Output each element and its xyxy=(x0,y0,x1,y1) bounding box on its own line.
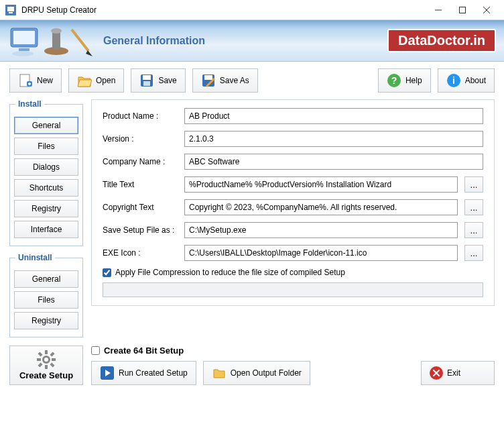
svg-rect-37 xyxy=(38,362,42,367)
exit-button[interactable]: Exit xyxy=(421,361,495,385)
exe-icon-browse[interactable]: ... xyxy=(464,245,483,261)
compression-label: Apply File Compression to reduce the fil… xyxy=(115,268,345,277)
open-output-button[interactable]: Open Output Folder xyxy=(203,361,310,385)
company-label: Company Name : xyxy=(103,157,178,166)
product-name-input[interactable] xyxy=(184,108,483,124)
about-label: About xyxy=(465,76,486,85)
create-setup-label: Create Setup xyxy=(19,370,73,380)
app-icon xyxy=(5,5,16,15)
title-text-input[interactable] xyxy=(184,176,458,193)
new-label: New xyxy=(37,76,53,85)
compression-checkbox[interactable] xyxy=(103,268,111,277)
header-art xyxy=(8,24,95,58)
nav-uninstall-general[interactable]: General xyxy=(14,270,78,288)
save-as-browse[interactable]: ... xyxy=(464,222,483,238)
new-icon xyxy=(18,73,33,88)
exe-icon-input[interactable] xyxy=(184,245,458,261)
save-button[interactable]: Save xyxy=(131,68,185,93)
install-title: Install xyxy=(15,99,44,109)
create-64-checkbox[interactable] xyxy=(91,346,100,355)
about-icon: i xyxy=(446,73,461,88)
copyright-label: Copyright Text xyxy=(103,203,178,212)
svg-rect-36 xyxy=(50,352,54,356)
svg-marker-15 xyxy=(86,50,92,56)
nav-install-files[interactable]: Files xyxy=(14,138,78,155)
svg-rect-35 xyxy=(38,352,42,356)
product-name-label: Product Name : xyxy=(103,111,178,121)
progress-bar xyxy=(103,282,483,297)
titlebar: DRPU Setup Creator xyxy=(0,0,504,20)
svg-rect-12 xyxy=(52,31,60,50)
svg-text:?: ? xyxy=(391,75,397,86)
save-as-input[interactable] xyxy=(184,222,458,238)
svg-point-10 xyxy=(12,51,34,56)
help-button[interactable]: ? Help xyxy=(378,68,431,93)
exe-icon-label: EXE Icon : xyxy=(103,248,178,258)
uninstall-group: Uninstall General Files Registry xyxy=(9,253,83,337)
svg-point-13 xyxy=(51,28,62,34)
svg-rect-32 xyxy=(45,365,48,369)
open-label: Open xyxy=(96,76,115,85)
svg-rect-34 xyxy=(52,358,56,361)
brand-badge: DataDoctor.in xyxy=(387,29,496,52)
version-input[interactable] xyxy=(184,131,483,147)
save-as-icon xyxy=(201,73,216,88)
create-64-label: Create 64 Bit Setup xyxy=(104,346,184,356)
about-button[interactable]: i About xyxy=(438,68,495,93)
save-label: Save xyxy=(158,76,176,85)
uninstall-title: Uninstall xyxy=(15,253,55,262)
nav-uninstall-registry[interactable]: Registry xyxy=(14,312,78,329)
run-created-button[interactable]: Run Created Setup xyxy=(91,361,196,385)
svg-rect-8 xyxy=(13,31,35,44)
open-button[interactable]: Open xyxy=(68,68,124,93)
nav-install-general[interactable]: General xyxy=(14,117,78,134)
nav-install-shortcuts[interactable]: Shortcuts xyxy=(14,179,78,197)
version-label: Version : xyxy=(103,134,178,144)
svg-rect-1 xyxy=(7,7,14,11)
title-text-browse[interactable]: ... xyxy=(464,176,483,193)
folder-icon xyxy=(212,366,227,380)
toolbar: New Open Save Save As ? Help i About xyxy=(9,68,495,93)
window-title: DRPU Setup Creator xyxy=(21,5,426,15)
gear-icon xyxy=(37,350,56,369)
nav-uninstall-files[interactable]: Files xyxy=(14,291,78,309)
close-button[interactable] xyxy=(475,1,499,19)
maximize-button[interactable] xyxy=(450,1,475,19)
title-text-label: Title Text xyxy=(103,180,178,189)
help-icon: ? xyxy=(387,73,401,88)
save-icon xyxy=(139,73,154,88)
nav-install-dialogs[interactable]: Dialogs xyxy=(14,158,78,176)
nav-install-registry[interactable]: Registry xyxy=(14,200,78,217)
new-button[interactable]: New xyxy=(9,68,62,93)
header-band: General Information DataDoctor.in xyxy=(0,20,504,62)
exit-label: Exit xyxy=(447,368,460,378)
save-as-label: Save Setup File as : xyxy=(103,225,178,235)
svg-line-14 xyxy=(72,30,88,51)
svg-rect-33 xyxy=(37,358,41,361)
svg-text:i: i xyxy=(452,75,455,86)
open-output-label: Open Output Folder xyxy=(231,368,302,378)
help-label: Help xyxy=(405,76,422,85)
svg-point-39 xyxy=(44,358,48,362)
svg-rect-24 xyxy=(204,75,212,80)
svg-rect-38 xyxy=(50,362,54,367)
run-created-label: Run Created Setup xyxy=(119,368,188,378)
company-input[interactable] xyxy=(184,154,483,170)
svg-rect-31 xyxy=(45,350,48,354)
nav-install-interface[interactable]: Interface xyxy=(14,221,78,238)
page-title: General Information xyxy=(103,35,387,47)
save-as-button[interactable]: Save As xyxy=(192,68,258,93)
open-icon xyxy=(77,73,92,88)
copyright-input[interactable] xyxy=(184,199,458,215)
create-setup-button[interactable]: Create Setup xyxy=(9,346,83,385)
save-as-label: Save As xyxy=(220,76,249,85)
svg-rect-2 xyxy=(9,12,13,13)
minimize-button[interactable] xyxy=(426,1,450,19)
svg-rect-4 xyxy=(460,7,466,13)
form-area: Product Name : Version : Company Name : … xyxy=(91,99,495,306)
close-icon xyxy=(430,366,443,380)
svg-rect-22 xyxy=(143,81,150,86)
copyright-browse[interactable]: ... xyxy=(464,199,483,215)
svg-rect-21 xyxy=(143,75,151,80)
svg-rect-9 xyxy=(19,48,29,51)
